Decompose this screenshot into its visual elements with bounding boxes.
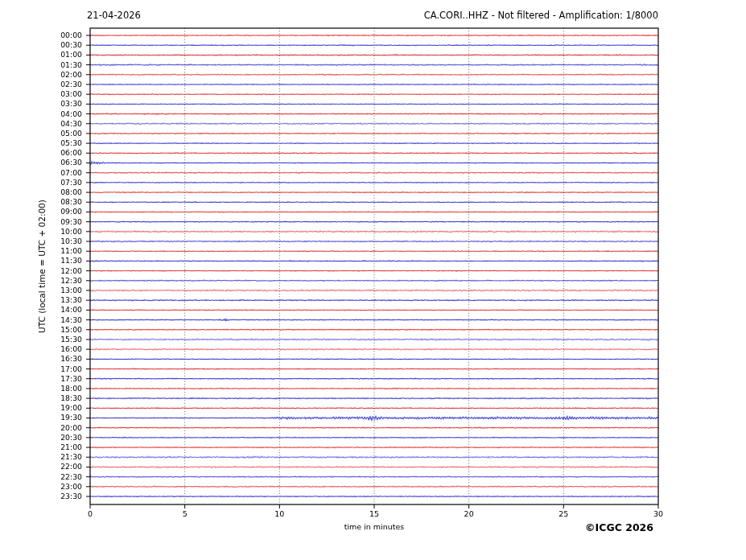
- y-tick-label: 02:30: [24, 80, 82, 89]
- x-tick-label: 0: [76, 509, 105, 518]
- y-tick-label: 06:00: [24, 149, 82, 157]
- y-tick-label: 08:00: [24, 188, 82, 196]
- y-tick-label: 06:30: [24, 159, 82, 167]
- y-tick-label: 14:00: [24, 306, 82, 314]
- y-tick-label: 03:30: [24, 100, 82, 108]
- y-tick-label: 05:00: [24, 130, 82, 138]
- y-tick-label: 16:30: [24, 355, 82, 363]
- y-tick-label: 23:30: [24, 492, 82, 500]
- y-tick-label: 10:30: [24, 237, 82, 245]
- y-tick-label: 05:30: [24, 139, 82, 147]
- helicorder-figure: 21-04-2026 CA.CORI..HHZ - Not filtered -…: [0, 0, 746, 560]
- copyright-text: ©ICGC 2026: [585, 521, 653, 533]
- y-tick-label: 17:30: [24, 375, 82, 383]
- y-tick-label: 19:00: [24, 404, 82, 412]
- y-tick-label: 20:00: [24, 424, 82, 432]
- x-tick-label: 10: [265, 509, 294, 518]
- y-tick-label: 09:30: [24, 218, 82, 226]
- seismogram-canvas: [0, 0, 746, 560]
- y-tick-label: 00:30: [24, 41, 82, 49]
- y-tick-label: 04:30: [24, 120, 82, 128]
- y-tick-label: 11:00: [24, 247, 82, 255]
- x-axis-label: time in minutes: [344, 522, 405, 531]
- y-tick-label: 04:00: [24, 110, 82, 118]
- y-tick-label: 19:30: [24, 414, 82, 422]
- y-tick-label: 18:00: [24, 385, 82, 393]
- y-tick-label: 08:30: [24, 198, 82, 206]
- x-tick-label: 25: [549, 509, 578, 518]
- plot-title: CA.CORI..HHZ - Not filtered - Amplificat…: [424, 10, 658, 21]
- x-tick-label: 5: [171, 509, 200, 518]
- y-tick-label: 03:00: [24, 90, 82, 98]
- y-tick-label: 12:00: [24, 267, 82, 275]
- y-tick-label: 01:00: [24, 51, 82, 59]
- x-tick-label: 15: [360, 509, 389, 518]
- y-tick-label: 22:00: [24, 463, 82, 471]
- y-tick-label: 21:30: [24, 453, 82, 461]
- y-tick-label: 18:30: [24, 394, 82, 402]
- y-tick-label: 17:00: [24, 365, 82, 373]
- x-tick-label: 30: [644, 509, 673, 518]
- y-tick-label: 22:30: [24, 473, 82, 481]
- y-tick-label: 02:00: [24, 71, 82, 79]
- y-tick-label: 13:00: [24, 286, 82, 294]
- y-tick-label: 20:30: [24, 434, 82, 442]
- y-tick-label: 07:30: [24, 179, 82, 187]
- y-tick-label: 00:00: [24, 31, 82, 39]
- y-tick-label: 23:00: [24, 483, 82, 491]
- y-tick-label: 10:00: [24, 228, 82, 236]
- y-tick-label: 07:00: [24, 169, 82, 177]
- y-tick-label: 09:00: [24, 208, 82, 216]
- y-tick-label: 16:00: [24, 345, 82, 353]
- y-tick-label: 15:00: [24, 326, 82, 334]
- y-tick-label: 01:30: [24, 61, 82, 69]
- x-tick-label: 20: [455, 509, 484, 518]
- y-tick-label: 12:30: [24, 277, 82, 285]
- y-tick-label: 13:30: [24, 296, 82, 304]
- y-tick-label: 21:00: [24, 443, 82, 451]
- y-tick-label: 11:30: [24, 257, 82, 265]
- y-tick-label: 15:30: [24, 336, 82, 344]
- date-title: 21-04-2026: [87, 10, 141, 21]
- y-tick-label: 14:30: [24, 316, 82, 324]
